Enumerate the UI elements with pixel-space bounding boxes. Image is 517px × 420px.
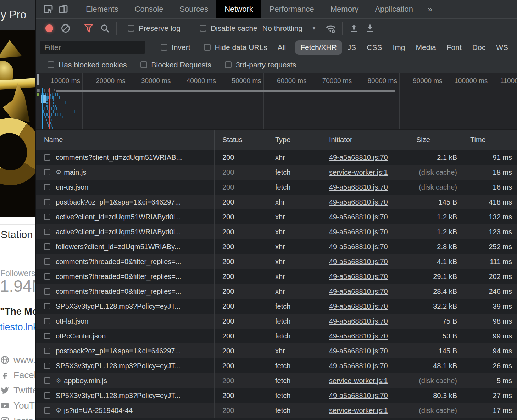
tab-sources[interactable]: Sources (171, 0, 216, 18)
disable-cache-checkbox[interactable]: Disable cache (195, 24, 257, 33)
initiator-link[interactable]: 49-a5a68810.js:70 (329, 243, 388, 251)
filter-input[interactable] (40, 41, 145, 54)
checkbox[interactable] (140, 61, 147, 68)
request-row[interactable]: comments?client_id=zdUqm51WRIAB...200xhr… (36, 150, 517, 165)
row-checkbox[interactable] (44, 348, 50, 354)
initiator-link[interactable]: 49-a5a68810.js:70 (329, 213, 388, 221)
request-row[interactable]: postback?oz_pl=1&spa=1&ci=646297...200xh… (36, 195, 517, 209)
export-har-icon[interactable] (362, 21, 378, 35)
column-header-name[interactable]: Name (36, 130, 215, 150)
column-header-type[interactable]: Type (267, 130, 321, 150)
3rd-party-requests-checkbox[interactable]: 3rd-party requests (221, 61, 296, 69)
request-row[interactable]: postback?oz_pl=1&spa=1&ci=646297...200xh… (36, 343, 517, 358)
checkbox[interactable] (128, 25, 134, 32)
checkbox[interactable] (225, 61, 232, 68)
tab-console[interactable]: Console (127, 0, 172, 18)
row-checkbox[interactable] (44, 184, 50, 190)
row-checkbox[interactable] (44, 407, 50, 414)
throttling-select[interactable]: No throttling ▼ (262, 24, 316, 33)
request-row[interactable]: active?client_id=zdUqm51WRIAByd0l...200x… (36, 209, 517, 224)
inspect-element-icon[interactable] (41, 2, 56, 16)
request-row[interactable]: SP5X3v3tyqPL.128.mp3?Policy=eyJT...200fe… (36, 299, 517, 314)
row-checkbox[interactable] (44, 169, 50, 175)
device-toolbar-icon[interactable] (56, 2, 71, 16)
preserve-log-checkbox[interactable]: Preserve log (123, 24, 180, 33)
row-checkbox[interactable] (44, 392, 50, 399)
timeline-scrub-handle[interactable] (37, 74, 39, 85)
initiator-link[interactable]: service-worker.js:1 (329, 377, 388, 385)
initiator-link[interactable]: 49-a5a68810.js:70 (329, 198, 388, 206)
more-tabs-button[interactable]: » (421, 0, 439, 18)
initiator-link[interactable]: 49-a5a68810.js:70 (329, 228, 388, 236)
checkbox[interactable] (204, 44, 211, 51)
tab-application[interactable]: Application (367, 0, 421, 18)
clear-network-log-icon[interactable] (57, 21, 74, 35)
record-network-log-button[interactable] (41, 21, 57, 35)
filter-chip-js[interactable]: JS (342, 40, 362, 55)
filter-chip-font[interactable]: Font (441, 40, 467, 55)
network-overview-timeline[interactable]: 10000 ms20000 ms30000 ms40000 ms50000 ms… (36, 73, 517, 130)
request-row[interactable]: comments?threaded=0&filter_replies=...20… (36, 269, 517, 284)
filter-chip-all[interactable]: All (272, 40, 291, 55)
row-checkbox[interactable] (44, 273, 50, 280)
row-checkbox[interactable] (44, 377, 50, 384)
request-row[interactable]: otFlat.json200fetch49-a5a68810.js:7075 B… (36, 314, 517, 329)
initiator-link[interactable]: 49-a5a68810.js:70 (329, 392, 388, 400)
filter-chip-doc[interactable]: Doc (467, 40, 491, 55)
import-har-icon[interactable] (346, 21, 362, 35)
row-checkbox[interactable] (44, 333, 50, 339)
has-blocked-cookies-checkbox[interactable]: Has blocked cookies (43, 61, 127, 69)
filter-icon[interactable] (80, 21, 97, 35)
initiator-link[interactable]: 49-a5a68810.js:70 (329, 273, 388, 281)
request-row[interactable]: comments?threaded=0&filter_replies=...20… (36, 254, 517, 269)
filter-chip-media[interactable]: Media (411, 40, 441, 55)
initiator-link[interactable]: 49-a5a68810.js:70 (329, 287, 388, 296)
request-row[interactable]: SP5X3v3tyqPL.128.mp3?Policy=eyJT...200fe… (36, 388, 517, 403)
request-row[interactable]: ⚙appboy.min.js200fetchservice-worker.js:… (36, 373, 517, 388)
column-header-size[interactable]: Size (408, 130, 462, 150)
filter-chip-wasm[interactable]: Wasm (513, 40, 517, 55)
request-row[interactable]: SP5X3v3tyqPL.128.mp3?Policy=eyJT...200fe… (36, 358, 517, 373)
row-checkbox[interactable] (44, 303, 50, 309)
initiator-link[interactable]: 49-a5a68810.js:70 (329, 347, 388, 355)
row-checkbox[interactable] (44, 154, 50, 161)
checkbox[interactable] (161, 44, 167, 51)
row-checkbox[interactable] (44, 214, 50, 220)
initiator-link[interactable]: 49-a5a68810.js:70 (329, 183, 388, 191)
filter-chip-img[interactable]: Img (388, 40, 411, 55)
request-row[interactable]: active?client_id=zdUqm51WRIAByd0l...200x… (36, 224, 517, 239)
filter-chip-css[interactable]: CSS (361, 40, 387, 55)
initiator-link[interactable]: 49-a5a68810.js:70 (329, 258, 388, 266)
row-checkbox[interactable] (44, 258, 50, 265)
row-checkbox[interactable] (44, 243, 50, 250)
tab-memory[interactable]: Memory (322, 0, 367, 18)
checkbox[interactable] (200, 25, 206, 32)
row-checkbox[interactable] (44, 288, 50, 295)
social-link-facebook[interactable]: Faceb (0, 368, 35, 383)
initiator-link[interactable]: service-worker.js:1 (329, 407, 388, 415)
request-row[interactable]: followers?client_id=zdUqm51WRIABy...200x… (36, 239, 517, 254)
request-row[interactable]: comments?threaded=0&filter_replies=...20… (36, 284, 517, 299)
request-row[interactable]: ⚙main.js200fetchservice-worker.js:1(disk… (36, 165, 517, 180)
column-header-time[interactable]: Time (462, 130, 517, 150)
bio-link[interactable]: tiesto.lnk (0, 322, 35, 333)
request-row[interactable]: ⚙js?id=UA-2519404-44200fetchservice-work… (36, 403, 517, 418)
initiator-link[interactable]: 49-a5a68810.js:70 (329, 332, 388, 340)
tab-network[interactable]: Network (216, 0, 261, 18)
hide-data-urls-checkbox[interactable]: Hide data URLs (200, 43, 267, 52)
social-link-twitter[interactable]: Twitte (0, 383, 35, 398)
tab-station[interactable]: Station (1, 229, 33, 241)
initiator-link[interactable]: service-worker.js:1 (329, 168, 388, 177)
social-link-instagram[interactable]: Insta (0, 413, 35, 420)
search-icon[interactable] (97, 21, 113, 35)
row-checkbox[interactable] (44, 363, 50, 369)
initiator-link[interactable]: 49-a5a68810.js:70 (329, 362, 388, 370)
initiator-link[interactable]: 49-a5a68810.js:70 (329, 317, 388, 325)
network-conditions-icon[interactable] (323, 21, 339, 35)
social-link-youtube[interactable]: YouTu (0, 398, 35, 413)
row-checkbox[interactable] (44, 229, 50, 235)
initiator-link[interactable]: 49-a5a68810.js:70 (329, 153, 388, 162)
filter-chip-fetchxhr[interactable]: Fetch/XHR (295, 40, 342, 55)
row-checkbox[interactable] (44, 318, 50, 324)
tab-elements[interactable]: Elements (78, 0, 127, 18)
